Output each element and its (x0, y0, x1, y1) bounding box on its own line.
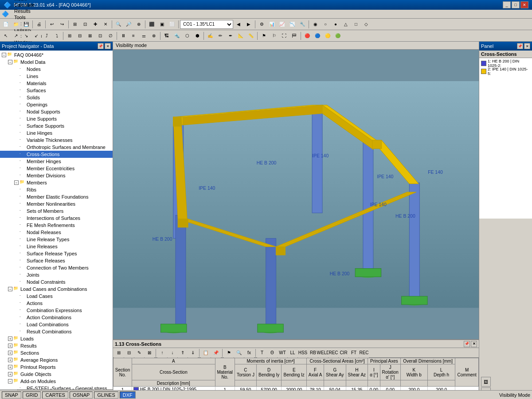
dt17[interactable]: LL (288, 348, 297, 358)
tb39[interactable]: ⬢ (192, 31, 202, 41)
tb13[interactable]: 📉 (287, 20, 297, 29)
tree-node-loads[interactable]: +📁Loads (0, 335, 113, 342)
tb11[interactable]: 📊 (267, 20, 277, 29)
tree-node-member-hinges[interactable]: ·Member Hinges (0, 158, 113, 165)
tree-node-nodal-constraints[interactable]: ·Nodal Constraints (0, 278, 113, 286)
tree-node-model-data[interactable]: −📁Model Data (0, 59, 113, 66)
dt18[interactable]: HSS (298, 348, 308, 358)
close-btn[interactable]: ✕ (520, 1, 528, 8)
tree-node-surface-releases[interactable]: ·Surface Releases (0, 257, 113, 264)
tb21[interactable]: ↖ (1, 31, 11, 41)
tb10[interactable]: ⚙ (257, 20, 266, 29)
dt12[interactable]: 🔍 (234, 348, 244, 358)
tb46[interactable]: ⚐ (269, 31, 279, 41)
expand-sections[interactable]: + (8, 351, 12, 355)
nav-pin-btn[interactable]: 📌 (98, 43, 104, 49)
viewport-3d[interactable]: HE B 200 IPE 140 HE B 200 IPE 140 IPE 14… (113, 50, 479, 339)
tb34[interactable]: ⚌ (139, 31, 149, 41)
zoom-in-btn[interactable]: 🔍 (113, 20, 123, 29)
dt8[interactable]: ⇓ (188, 348, 198, 358)
cs-item-2[interactable]: 2: IPE 140 | DIN 1025-5: (481, 68, 530, 75)
tree-node-member-divisions[interactable]: ·Member Divisions (0, 172, 113, 179)
expand-results[interactable]: + (8, 344, 12, 348)
tree-node-variable-thicknesses[interactable]: ·Variable Thicknesses (0, 137, 113, 144)
tree-node-orthotropic[interactable]: ·Orthotropic Surfaces and Membrane (0, 144, 113, 151)
tree-node-line-hinges[interactable]: ·Line Hinges (0, 129, 113, 137)
tb40[interactable]: ✍ (205, 31, 215, 41)
tb52[interactable]: 🟢 (333, 31, 343, 41)
tree-node-faq[interactable]: −📁FAQ 004466* (0, 51, 113, 59)
data-panel-pin[interactable]: 📌 (464, 341, 470, 347)
tb33[interactable]: ≡ (129, 31, 138, 41)
tree-node-ribs[interactable]: ·Ribs (0, 186, 113, 193)
tb36[interactable]: 🏗 (162, 31, 172, 41)
dt15[interactable]: Θ (267, 348, 277, 358)
tb17[interactable]: ● (331, 20, 340, 29)
tb51[interactable]: 🟡 (323, 31, 332, 41)
tree-node-solids[interactable]: ·Solids (0, 94, 113, 101)
redo-btn[interactable]: ↪ (57, 20, 67, 29)
dt22[interactable]: CIR (339, 348, 348, 358)
dt9[interactable]: 📋 (201, 348, 211, 358)
zoom-out-btn[interactable]: 🔎 (124, 20, 133, 29)
dt23[interactable]: FT (349, 348, 359, 358)
tb26[interactable]: ⤵ (52, 31, 62, 41)
tb28[interactable]: ⊟ (75, 31, 85, 41)
dt14[interactable]: T (257, 348, 267, 358)
tree-node-members[interactable]: −📁Members (0, 179, 113, 186)
tree-node-nodes[interactable]: ·Nodes (0, 66, 113, 73)
tree-node-load-combinations[interactable]: ·Load Combinations (0, 321, 113, 328)
expand-members[interactable]: − (14, 180, 19, 185)
tree-node-line-supports[interactable]: ·Line Supports (0, 115, 113, 122)
status-item-cartes[interactable]: CARTES (42, 391, 68, 399)
tb16[interactable]: ○ (321, 20, 330, 29)
tree-node-combination-expressions[interactable]: ·Combination Expressions (0, 307, 113, 314)
dt24[interactable]: REC (359, 348, 369, 358)
tree-node-printout-reports[interactable]: +📁Printout Reports (0, 364, 113, 371)
tree-node-member-nonlinearities[interactable]: ·Member Nonlinearities (0, 200, 113, 207)
tree-node-lines[interactable]: ·Lines (0, 73, 113, 80)
tree-node-results[interactable]: +📁Results (0, 342, 113, 349)
status-item-grid[interactable]: GRID (23, 391, 41, 399)
tb29[interactable]: ⊠ (85, 31, 95, 41)
dt13[interactable]: fx (244, 348, 254, 358)
tb48[interactable]: ⛿ (289, 31, 299, 41)
dt4[interactable]: ⊠ (145, 348, 154, 358)
tree-node-nodal-releases[interactable]: ·Nodal Releases (0, 229, 113, 236)
data-table-wrap[interactable]: SectionNo. A BMaterialNo. Moments of ine… (113, 358, 479, 391)
tree-node-action-combinations[interactable]: ·Action Combinations (0, 314, 113, 321)
tb50[interactable]: 🔵 (313, 31, 322, 41)
tb25[interactable]: ⤴ (42, 31, 51, 41)
tree-node-nodal-supports[interactable]: ·Nodal Supports (0, 108, 113, 115)
expand-loads[interactable]: + (8, 336, 12, 341)
expand-printout-reports[interactable]: + (8, 365, 12, 369)
tree-node-surface-release-types[interactable]: ·Surface Release Types (0, 250, 113, 257)
expand-model-data[interactable]: − (8, 60, 12, 64)
menu-item-results[interactable]: Results (12, 8, 52, 14)
tb4[interactable]: ⊡ (80, 20, 90, 29)
print-btn[interactable]: 🖨 (34, 20, 44, 29)
tree-node-openings[interactable]: ·Openings (0, 101, 113, 108)
tree-node-connection-two-members[interactable]: ·Connection of Two Members (0, 264, 113, 271)
tb15[interactable]: ◉ (310, 20, 320, 29)
dt3[interactable]: ✎ (134, 348, 144, 358)
tb44[interactable]: 📏 (246, 31, 256, 41)
expand-faq[interactable]: − (2, 53, 6, 57)
tb5[interactable]: ✚ (90, 20, 100, 29)
minimize-btn[interactable]: _ (503, 1, 511, 8)
undo-btn[interactable]: ↩ (47, 20, 57, 29)
dt2[interactable]: ⊟ (124, 348, 134, 358)
menu-item-calculate[interactable]: Calculate (12, 2, 52, 8)
tree-node-addon-modules[interactable]: −📁Add-on Modules (0, 378, 113, 385)
tb31[interactable]: ∅ (106, 31, 115, 41)
tb12[interactable]: 📈 (277, 20, 287, 29)
tb35[interactable]: ⊗ (149, 31, 159, 41)
tree-node-member-eccentricities[interactable]: ·Member Eccentricities (0, 165, 113, 172)
status-item-dxf[interactable]: DXF (120, 391, 136, 399)
tree-node-average-regions[interactable]: +📁Average Regions (0, 356, 113, 364)
tb45[interactable]: ⚑ (259, 31, 269, 41)
tb3[interactable]: ⊞ (70, 20, 80, 29)
tree-node-materials[interactable]: ·Materials (0, 80, 113, 87)
tb38[interactable]: ⬡ (182, 31, 192, 41)
tree-node-line-release-types[interactable]: ·Line Release Types (0, 236, 113, 243)
